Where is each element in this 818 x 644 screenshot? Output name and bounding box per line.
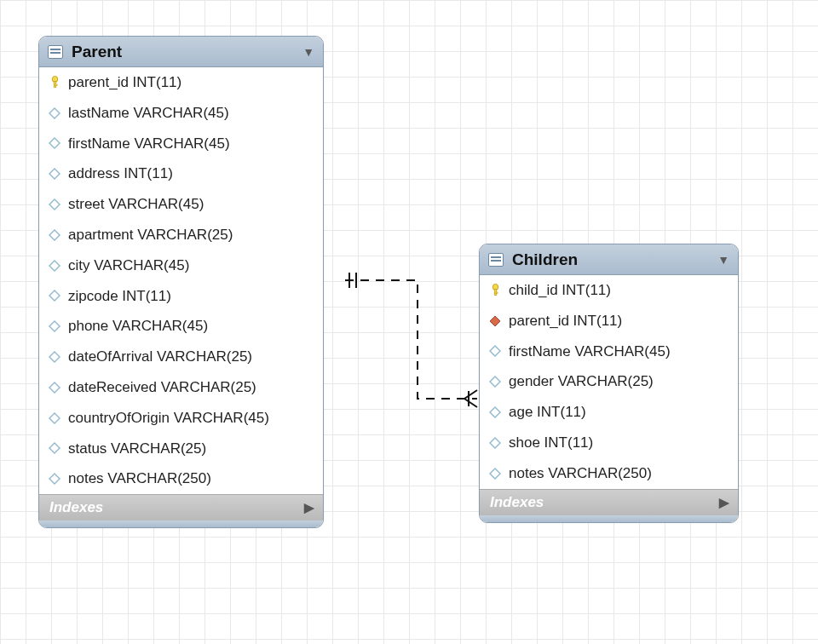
column-definition: apartment VARCHAR(25) [68, 225, 233, 245]
column-row[interactable]: dateOfArrival VARCHAR(25) [39, 342, 323, 372]
column-definition: notes VARCHAR(250) [68, 469, 211, 489]
svg-marker-27 [490, 407, 500, 417]
svg-marker-18 [49, 413, 60, 423]
table-title: Parent [72, 43, 302, 61]
card-bottom-band [39, 520, 323, 527]
column-definition: status VARCHAR(25) [68, 439, 206, 459]
column-row[interactable]: firstName VARCHAR(45) [39, 129, 323, 159]
column-definition: lastName VARCHAR(45) [68, 103, 229, 124]
column-definition: parent_id INT(11) [509, 311, 622, 331]
table-icon [48, 45, 63, 59]
svg-marker-10 [49, 169, 60, 179]
column-row[interactable]: child_id INT(11) [480, 275, 738, 306]
primary-key-icon [488, 284, 502, 297]
column-row[interactable]: notes VARCHAR(250) [480, 458, 738, 489]
column-icon [48, 259, 61, 273]
column-row[interactable]: apartment VARCHAR(25) [39, 220, 323, 250]
svg-marker-28 [490, 438, 500, 448]
column-definition: firstName VARCHAR(45) [509, 342, 671, 362]
column-row[interactable]: parent_id INT(11) [39, 67, 323, 98]
column-icon [48, 136, 61, 150]
card-bottom-band [480, 515, 738, 522]
column-definition: city VARCHAR(45) [68, 256, 189, 276]
column-row[interactable]: notes VARCHAR(250) [39, 463, 323, 494]
indexes-label: Indexes [490, 494, 544, 511]
indexes-section[interactable]: Indexes ▶ [480, 489, 738, 515]
svg-marker-29 [490, 469, 500, 479]
column-icon [48, 228, 61, 242]
svg-marker-13 [49, 261, 60, 271]
column-icon [48, 381, 61, 394]
column-icon [488, 467, 502, 480]
svg-marker-26 [490, 377, 500, 387]
svg-marker-14 [49, 290, 60, 301]
foreign-key-icon [488, 314, 502, 328]
column-definition: child_id INT(11) [509, 280, 611, 301]
table-icon [488, 253, 504, 267]
table-children[interactable]: Children ▼ child_id INT(11)parent_id INT… [479, 244, 739, 523]
svg-marker-16 [49, 352, 60, 362]
column-row[interactable]: street VARCHAR(45) [39, 189, 323, 220]
column-row[interactable]: zipcode INT(11) [39, 281, 323, 312]
column-row[interactable]: shoe INT(11) [480, 428, 738, 458]
column-definition: age INT(11) [509, 402, 586, 423]
column-definition: countryOfOrigin VARCHAR(45) [68, 408, 269, 428]
column-row[interactable]: status VARCHAR(25) [39, 434, 323, 464]
column-definition: firstName VARCHAR(45) [68, 134, 230, 154]
column-row[interactable]: gender VARCHAR(25) [480, 366, 738, 397]
chevron-down-icon[interactable]: ▼ [717, 253, 729, 267]
column-row[interactable]: firstName VARCHAR(45) [480, 336, 738, 367]
column-icon [48, 472, 61, 486]
chevron-down-icon[interactable]: ▼ [302, 45, 314, 59]
svg-marker-12 [49, 230, 60, 240]
column-icon [48, 106, 61, 120]
column-icon [48, 319, 61, 333]
column-row[interactable]: city VARCHAR(45) [39, 250, 323, 281]
column-icon [488, 375, 502, 388]
column-row[interactable]: countryOfOrigin VARCHAR(45) [39, 403, 323, 434]
svg-marker-25 [490, 346, 500, 356]
column-icon [488, 344, 502, 358]
column-definition: dateReceived VARCHAR(25) [68, 377, 256, 398]
column-icon [488, 436, 502, 450]
column-definition: dateOfArrival VARCHAR(25) [68, 347, 252, 367]
svg-marker-24 [490, 316, 500, 326]
column-row[interactable]: parent_id INT(11) [480, 306, 738, 336]
column-icon [488, 405, 502, 419]
svg-rect-23 [494, 292, 498, 294]
svg-marker-15 [49, 321, 60, 331]
svg-rect-7 [54, 84, 57, 86]
svg-marker-17 [49, 382, 60, 393]
svg-marker-20 [49, 474, 60, 484]
column-definition: street VARCHAR(45) [68, 194, 204, 215]
table-header[interactable]: Children ▼ [480, 244, 738, 275]
column-definition: parent_id INT(11) [68, 72, 181, 93]
svg-marker-9 [49, 138, 60, 148]
column-row[interactable]: phone VARCHAR(45) [39, 311, 323, 342]
svg-marker-19 [49, 443, 60, 453]
column-row[interactable]: address INT(11) [39, 158, 323, 189]
column-icon [48, 167, 61, 181]
column-definition: address INT(11) [68, 164, 173, 184]
column-icon [48, 411, 61, 425]
svg-marker-11 [49, 199, 60, 210]
table-title: Children [512, 250, 717, 269]
column-row[interactable]: dateReceived VARCHAR(25) [39, 372, 323, 403]
column-definition: zipcode INT(11) [68, 286, 171, 307]
table-parent[interactable]: Parent ▼ parent_id INT(11)lastName VARCH… [38, 36, 324, 528]
primary-key-icon [48, 76, 61, 89]
svg-marker-8 [49, 108, 60, 118]
column-icon [48, 289, 61, 302]
column-definition: gender VARCHAR(25) [509, 371, 654, 392]
column-definition: shoe INT(11) [509, 433, 593, 453]
table-header[interactable]: Parent ▼ [39, 37, 323, 67]
column-row[interactable]: age INT(11) [480, 397, 738, 428]
indexes-section[interactable]: Indexes ▶ [39, 494, 323, 520]
indexes-label: Indexes [49, 499, 103, 516]
column-icon [48, 441, 61, 455]
chevron-right-icon[interactable]: ▶ [304, 500, 314, 515]
column-icon [48, 198, 61, 211]
column-icon [48, 350, 61, 364]
chevron-right-icon[interactable]: ▶ [719, 495, 729, 510]
column-row[interactable]: lastName VARCHAR(45) [39, 98, 323, 129]
